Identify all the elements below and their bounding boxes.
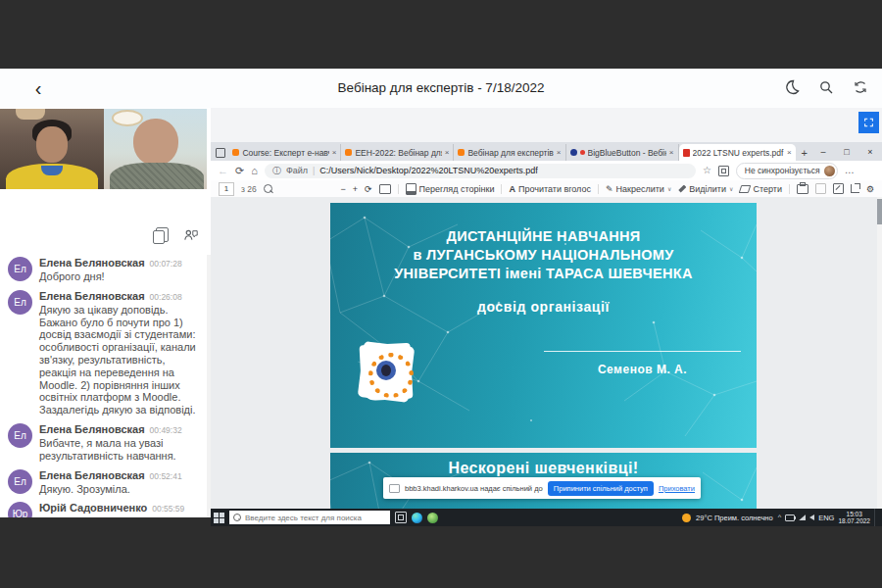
nav-home-icon[interactable]: ⌂ [251,166,258,176]
slide-title-page: ДИСТАНЦІЙНЕ НАВЧАННЯ в ЛУГАНСЬКОМУ НАЦІО… [330,203,757,448]
url-field[interactable]: ⓘ Файл | C:/Users/Nick/Desktop/2022%20LT… [265,164,696,178]
taskbar-tray: 29°C Преим. солнечно ^ ENG 15:03 18.07.2… [682,509,879,526]
avatar: Ел [8,423,32,448]
chat-message-list: Ел Елена Беляновская00:07:28 Доброго дня… [0,255,206,517]
slide2-title: Нескорені шевченківці! [330,460,757,477]
zoom-in-button[interactable]: + [353,184,358,194]
screenshare-presentation: Course: Експерт е-навчання 2 × ЕЕН-2022:… [211,108,882,526]
close-tab-icon[interactable]: × [669,148,674,157]
taskbar-clock[interactable]: 15:03 18.07.2022 [838,511,870,525]
highlight-caret-icon[interactable]: ∨ [729,185,733,192]
more-menu-icon[interactable]: … [845,166,855,175]
webcam-person-shirt [110,163,204,189]
new-tab-button[interactable]: + [798,147,811,159]
close-tab-icon[interactable]: × [332,148,337,157]
battery-icon[interactable] [785,514,795,521]
close-tab-icon[interactable]: × [787,148,792,157]
author-divider-line [544,351,741,352]
network-icon[interactable] [799,514,806,520]
player-header-actions [784,79,868,95]
browser-tab-een-2022[interactable]: ЕЕН-2022: Вебінар для експер × [341,144,454,161]
chat-timestamp: 00:49:32 [150,425,182,435]
minimize-window-icon[interactable]: – [811,147,835,157]
chat-author: Елена Беляновская [39,257,145,269]
browser-tab-pdf-active[interactable]: 2022 LTSNU experts.pdf × [679,144,796,161]
search-icon [233,514,241,521]
edge-browser-icon[interactable] [412,513,422,523]
page-view-button[interactable]: Перегляд сторінки [406,183,495,195]
browser-tab-webinar[interactable]: Вебінар для експертів × [454,144,565,161]
webcams-area [0,109,207,189]
tab-actions-menu-icon[interactable] [214,145,226,160]
profile-sync-status[interactable]: Не синхронізується [736,163,838,179]
show-desktop-button[interactable] [874,509,879,526]
slide-author: Семенов М. А. [544,363,741,376]
print-icon[interactable] [797,184,808,194]
swap-content-icon[interactable] [853,79,868,95]
browser-tab-bigbluebutton[interactable]: BigBlueButton - Вебінар д × [566,144,679,161]
close-tab-icon[interactable]: × [445,148,450,157]
nav-refresh-icon[interactable]: ⟳ [235,166,244,176]
rotate-icon[interactable]: ⟳ [365,184,372,194]
erase-button[interactable]: Стерти [740,184,781,194]
sidebar: Ел Елена Беляновская00:07:28 Доброго дня… [0,108,211,517]
chat-message: Ел Елена Беляновская00:49:32 Вибачте, я … [8,423,200,463]
language-indicator[interactable]: ENG [818,514,834,522]
draw-caret-icon[interactable]: ∨ [667,185,671,192]
theme-moon-icon[interactable] [784,79,800,95]
recording-title: Вебінар для експертів - 7/18/2022 [0,80,882,95]
browser-tab-moodle-course[interactable]: Course: Експерт е-навчання 2 × [228,144,341,161]
copy-chat-icon[interactable] [156,227,169,242]
start-button-icon[interactable] [214,513,224,523]
chat-author: Елена Беляновская [39,469,145,481]
pdf-favicon-icon [683,149,690,157]
read-aloud-button[interactable]: A Прочитати вголос [509,184,591,194]
share-message: bbb3.khadi.kharkov.ua надає спільний дос… [405,484,543,493]
volume-icon[interactable] [809,514,814,520]
save-as-icon[interactable] [833,183,844,194]
nav-back-icon[interactable]: ← [218,166,228,176]
moodle-favicon-icon [345,149,352,156]
collections-icon[interactable] [718,166,729,176]
page-number-input[interactable]: 1 [219,182,234,196]
task-view-icon[interactable] [395,512,407,523]
chat-text: Вибачте, я мала на увазі результативніст… [39,437,200,463]
chat-timestamp: 00:26:08 [150,292,182,302]
taskbar-app-icon[interactable] [427,513,438,523]
browser-tab-bar: Course: Експерт е-навчання 2 × ЕЕН-2022:… [211,142,882,161]
maximize-window-icon[interactable]: □ [835,147,858,157]
fit-to-width-icon[interactable] [379,184,391,194]
avatar: Юр [8,502,32,517]
zoom-out-button[interactable]: − [340,184,345,194]
chat-timestamp: 00:52:41 [150,471,182,481]
search-icon[interactable] [818,79,834,95]
pdf-search-icon[interactable] [264,184,272,193]
weather-widget[interactable]: 29°C Преим. солнечно [696,514,773,522]
fullscreen-icon[interactable] [858,112,879,133]
webcam-speaker-2[interactable] [104,109,208,189]
slide-subtitle: досвід організації [330,299,757,315]
chat-actions [156,227,199,242]
webcam-speaker-1[interactable] [0,109,104,189]
close-window-icon[interactable]: × [858,147,882,157]
pdf-scrollbar[interactable] [877,197,882,509]
stop-sharing-button[interactable]: Припинити спільний доступ [548,481,654,496]
hide-toast-link[interactable]: Приховати [659,484,695,493]
close-tab-icon[interactable]: × [557,148,562,157]
page-info-icon[interactable]: ⓘ [272,165,281,177]
favorites-star-icon[interactable]: ☆ [703,166,711,175]
weather-sun-icon [682,514,691,522]
save-icon[interactable] [815,183,826,194]
pdf-settings-icon[interactable]: ⚙ [866,184,874,194]
pdf-scrollbar-thumb[interactable] [877,199,882,224]
draw-button[interactable]: ✎ Накреслити ∨ [606,184,671,194]
pdf-fullscreen-icon[interactable] [851,184,859,193]
recording-indicator-icon [580,150,585,155]
taskbar-search-input[interactable]: Введите здесь текст для поиска [229,511,390,524]
highlight-button[interactable]: Виділити ∨ [678,184,733,194]
chat-message: Ел Елена Беляновская00:26:08 Дякую за ці… [8,290,200,416]
public-chat-icon[interactable] [183,228,199,242]
hidden-icons-chevron[interactable]: ^ [778,514,782,521]
chat-text: Дякую за цікаву доповідь! Які тенденції … [39,515,200,517]
url-separator: | [313,166,315,175]
